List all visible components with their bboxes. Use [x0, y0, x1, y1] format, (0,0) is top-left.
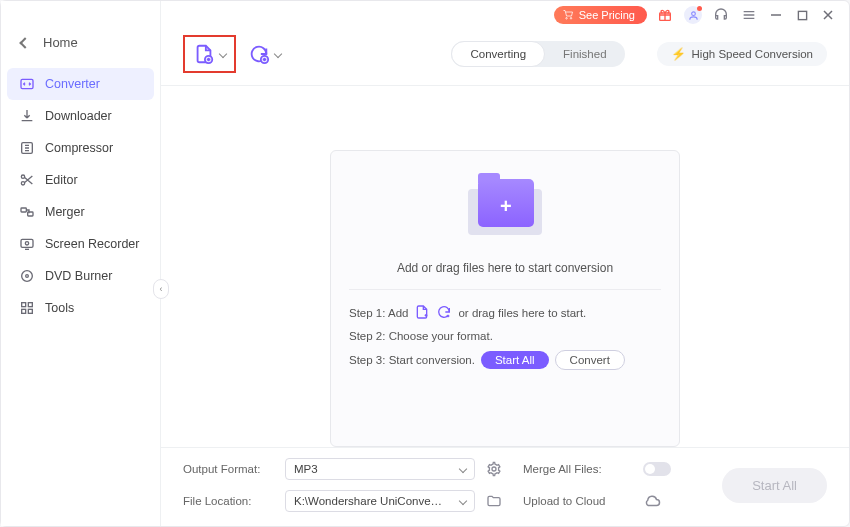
- account-button[interactable]: [683, 5, 703, 25]
- step-1-row: Step 1: Add or drag files here to start.: [349, 304, 661, 322]
- chevron-down-icon: [274, 50, 282, 58]
- cart-icon: [562, 9, 574, 21]
- tab-label: Converting: [470, 48, 526, 60]
- footer: Output Format: MP3 Merge All Files: Star…: [161, 447, 849, 526]
- folder-plus-icon: +: [460, 179, 550, 243]
- merger-icon: [19, 204, 35, 220]
- file-plus-icon[interactable]: [414, 304, 430, 322]
- tab-converting[interactable]: Converting: [451, 41, 545, 67]
- divider: [161, 85, 849, 86]
- dropzone[interactable]: + Add or drag files here to start conver…: [330, 150, 680, 447]
- maximize-button[interactable]: [793, 6, 811, 24]
- download-icon: [19, 108, 35, 124]
- sidebar-item-label: DVD Burner: [45, 269, 112, 283]
- sidebar-item-label: Merger: [45, 205, 85, 219]
- grid-icon: [19, 300, 35, 316]
- step-3-row: Step 3: Start conversion. Start All Conv…: [349, 350, 661, 370]
- svg-rect-6: [21, 239, 33, 247]
- canvas: + Add or drag files here to start conver…: [161, 90, 849, 447]
- output-format-select[interactable]: MP3: [285, 458, 475, 480]
- compressor-icon: [19, 140, 35, 156]
- svg-point-7: [25, 242, 28, 245]
- upload-cloud-label: Upload to Cloud: [523, 495, 633, 507]
- close-button[interactable]: [819, 6, 837, 24]
- sidebar-item-screen-recorder[interactable]: Screen Recorder: [7, 228, 154, 260]
- see-pricing-button[interactable]: See Pricing: [554, 6, 647, 24]
- cloud-icon[interactable]: [643, 494, 661, 508]
- chevron-down-icon: [219, 50, 227, 58]
- svg-rect-12: [22, 309, 26, 313]
- convert-button[interactable]: Convert: [555, 350, 625, 370]
- gift-icon[interactable]: [655, 5, 675, 25]
- divider: [349, 289, 661, 290]
- refresh-plus-icon[interactable]: [436, 304, 452, 322]
- output-format-label: Output Format:: [183, 463, 275, 475]
- step-2-row: Step 2: Choose your format.: [349, 330, 661, 342]
- sidebar-item-label: Screen Recorder: [45, 237, 140, 251]
- sidebar-item-label: Editor: [45, 173, 78, 187]
- toolbar: Converting Finished ⚡ High Speed Convers…: [161, 25, 849, 81]
- status-tabs: Converting Finished: [451, 41, 624, 67]
- pricing-label: See Pricing: [579, 9, 635, 21]
- svg-rect-13: [28, 309, 32, 313]
- scissors-icon: [19, 172, 35, 188]
- dropzone-title: Add or drag files here to start conversi…: [397, 261, 613, 275]
- svg-point-15: [691, 11, 695, 15]
- sidebar-item-downloader[interactable]: Downloader: [7, 100, 154, 132]
- add-from-source-button[interactable]: [248, 43, 281, 65]
- chevron-left-icon: [19, 37, 30, 48]
- minimize-button[interactable]: [767, 6, 785, 24]
- svg-rect-4: [21, 208, 26, 212]
- add-file-button[interactable]: [193, 43, 226, 65]
- sidebar-item-tools[interactable]: Tools: [7, 292, 154, 324]
- svg-rect-11: [28, 303, 32, 307]
- settings-icon[interactable]: [485, 460, 503, 478]
- svg-rect-16: [798, 11, 806, 19]
- high-speed-conversion-button[interactable]: ⚡ High Speed Conversion: [657, 42, 827, 66]
- disc-icon: [19, 268, 35, 284]
- titlebar: See Pricing: [161, 1, 849, 25]
- sidebar-item-label: Downloader: [45, 109, 112, 123]
- svg-point-19: [492, 467, 496, 471]
- converter-icon: [19, 76, 35, 92]
- sidebar-item-converter[interactable]: Converter: [7, 68, 154, 100]
- merge-files-toggle[interactable]: [643, 462, 671, 476]
- step1-suffix: or drag files here to start.: [458, 307, 586, 319]
- merge-files-label: Merge All Files:: [523, 463, 633, 475]
- chevron-down-icon: [459, 465, 467, 473]
- main: See Pricing: [161, 1, 849, 526]
- sidebar-item-label: Converter: [45, 77, 100, 91]
- sidebar-item-merger[interactable]: Merger: [7, 196, 154, 228]
- tab-finished[interactable]: Finished: [545, 41, 624, 67]
- start-all-button-small[interactable]: Start All: [481, 351, 549, 369]
- open-folder-button[interactable]: [485, 492, 503, 510]
- add-file-highlight: [183, 35, 236, 73]
- notification-dot-icon: [697, 6, 702, 11]
- sidebar-item-dvd-burner[interactable]: DVD Burner: [7, 260, 154, 292]
- sidebar-item-editor[interactable]: Editor: [7, 164, 154, 196]
- bolt-icon: ⚡: [671, 47, 686, 61]
- home-button[interactable]: Home: [1, 27, 160, 64]
- file-location-value: K:\Wondershare UniConverter 1: [294, 495, 444, 507]
- file-plus-icon: [193, 43, 215, 65]
- sidebar: Home Converter Downloader Compressor: [1, 1, 161, 526]
- sidebar-item-label: Compressor: [45, 141, 113, 155]
- tab-label: Finished: [563, 48, 606, 60]
- support-button[interactable]: [711, 5, 731, 25]
- svg-rect-10: [22, 303, 26, 307]
- menu-button[interactable]: [739, 5, 759, 25]
- output-format-value: MP3: [294, 463, 318, 475]
- step1-prefix: Step 1: Add: [349, 307, 408, 319]
- sidebar-item-label: Tools: [45, 301, 74, 315]
- home-label: Home: [43, 35, 78, 50]
- refresh-plus-icon: [248, 43, 270, 65]
- start-all-button[interactable]: Start All: [722, 468, 827, 503]
- sidebar-item-compressor[interactable]: Compressor: [7, 132, 154, 164]
- step3-text: Step 3: Start conversion.: [349, 354, 475, 366]
- file-location-label: File Location:: [183, 495, 275, 507]
- nav: Converter Downloader Compressor Editor: [1, 64, 160, 324]
- hsc-label: High Speed Conversion: [692, 48, 813, 60]
- file-location-select[interactable]: K:\Wondershare UniConverter 1: [285, 490, 475, 512]
- recorder-icon: [19, 236, 35, 252]
- svg-point-8: [22, 271, 33, 282]
